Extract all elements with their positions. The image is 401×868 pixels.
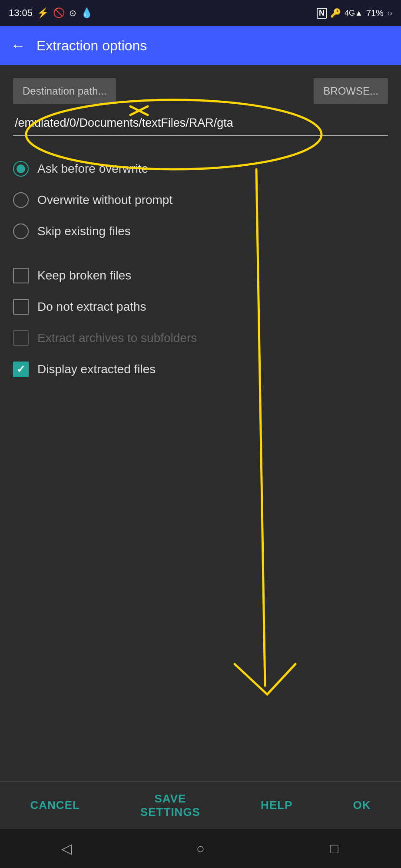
- help-button[interactable]: HELP: [254, 794, 299, 816]
- checkbox-group: Keep broken files Do not extract paths E…: [13, 260, 388, 385]
- radio-ask-overwrite[interactable]: Ask before overwrite: [13, 153, 388, 184]
- path-input[interactable]: [13, 111, 388, 136]
- radio-skip-label: Skip existing files: [37, 224, 131, 238]
- svg-line-5: [267, 664, 295, 694]
- radio-overwrite[interactable]: Overwrite without prompt: [13, 184, 388, 216]
- checkbox-no-paths[interactable]: Do not extract paths: [13, 291, 388, 322]
- radio-skip-circle: [13, 224, 29, 239]
- destination-path-button[interactable]: Destination path...: [13, 78, 116, 104]
- radio-ask-circle: [13, 161, 29, 177]
- destination-row: Destination path... BROWSE...: [13, 78, 388, 104]
- radio-overwrite-label: Overwrite without prompt: [37, 193, 172, 207]
- battery-icon: ○: [387, 8, 392, 18]
- checkbox-no-paths-box: [13, 299, 29, 315]
- checkbox-display-box: [13, 362, 29, 377]
- action-bar: CANCEL SAVE SETTINGS HELP OK: [0, 781, 401, 829]
- nav-bar: ◁ ○ □: [0, 829, 401, 868]
- checkbox-subfolders: Extract archives to subfolders: [13, 322, 388, 354]
- page-title: Extraction options: [36, 38, 147, 54]
- status-time: 13:05: [9, 7, 33, 19]
- nav-home-button[interactable]: ○: [183, 835, 218, 861]
- status-bar-right: N 🔑 4G▲ 71% ○: [317, 8, 392, 19]
- checkbox-display-label: Display extracted files: [37, 362, 156, 376]
- key-icon: 🔑: [330, 8, 341, 18]
- lte-signal-icon: 4G▲: [345, 9, 363, 18]
- checkbox-no-paths-label: Do not extract paths: [37, 300, 146, 314]
- app-bar: ← Extraction options: [0, 26, 401, 65]
- checkbox-keep-broken-box: [13, 268, 29, 283]
- content-area: Destination path... BROWSE... Ask before…: [0, 65, 401, 402]
- battery-percent: 71%: [366, 8, 384, 18]
- radio-ask-label: Ask before overwrite: [37, 162, 148, 176]
- nfc-icon: N: [317, 8, 327, 19]
- options-section: Ask before overwrite Overwrite without p…: [13, 149, 388, 389]
- path-input-row: [13, 111, 388, 136]
- flash-icon: ⚡: [37, 7, 49, 19]
- cancel-button[interactable]: CANCEL: [23, 794, 87, 816]
- water-drop-icon: 💧: [81, 7, 93, 19]
- radio-overwrite-circle: [13, 192, 29, 208]
- checkbox-display-files[interactable]: Display extracted files: [13, 354, 388, 385]
- browse-button[interactable]: BROWSE...: [314, 78, 388, 104]
- checkbox-keep-broken-label: Keep broken files: [37, 269, 131, 283]
- status-bar-left: 13:05 ⚡ 🚫 ⊙ 💧: [9, 7, 93, 19]
- no-entry-icon: 🚫: [53, 7, 65, 19]
- nav-recents-button[interactable]: □: [317, 835, 351, 861]
- checkbox-subfolders-box: [13, 330, 29, 346]
- checkbox-keep-broken[interactable]: Keep broken files: [13, 260, 388, 291]
- radio-skip[interactable]: Skip existing files: [13, 216, 388, 247]
- svg-line-4: [235, 664, 267, 694]
- save-settings-button[interactable]: SAVE SETTINGS: [133, 788, 207, 823]
- back-button[interactable]: ←: [10, 36, 26, 55]
- github-icon: ⊙: [69, 8, 76, 18]
- radio-group: Ask before overwrite Overwrite without p…: [13, 153, 388, 247]
- status-bar: 13:05 ⚡ 🚫 ⊙ 💧 N 🔑 4G▲ 71% ○: [0, 0, 401, 26]
- ok-button[interactable]: OK: [346, 794, 378, 816]
- nav-back-button[interactable]: ◁: [50, 835, 84, 861]
- checkbox-subfolders-label: Extract archives to subfolders: [37, 331, 197, 345]
